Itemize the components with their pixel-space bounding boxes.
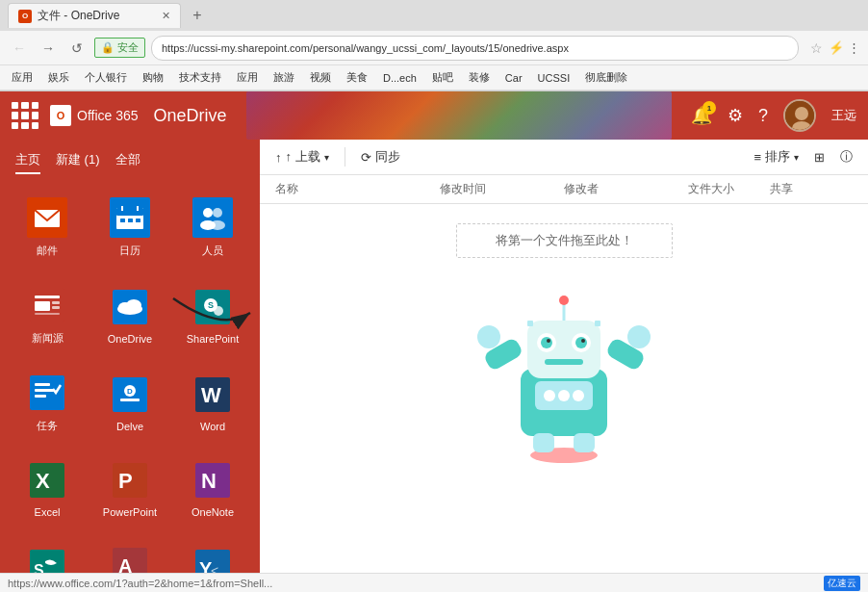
status-bar: https://www.office.com/1?auth=2&home=1&f… — [0, 573, 868, 592]
ext-icon-2[interactable]: ⋮ — [848, 40, 860, 55]
waffle-dot — [12, 112, 18, 118]
bookmark-shopping[interactable]: 购物 — [139, 68, 167, 87]
upload-button[interactable]: ↑ ↑ 上载 ▾ — [275, 148, 329, 166]
ppt-label: PowerPoint — [103, 506, 157, 518]
layout-button[interactable]: ⊞ — [814, 150, 825, 165]
sidebar-nav-all[interactable]: 全部 — [115, 147, 140, 174]
bookmark-apps[interactable]: 应用 — [8, 68, 37, 87]
app-tile-news[interactable]: 新闻源 — [8, 273, 87, 357]
sync-button[interactable]: ⟳ 同步 — [361, 148, 400, 166]
app-tile-calendar[interactable]: 日历 — [90, 186, 169, 270]
app-tile-onenote[interactable]: N OneNote — [173, 449, 252, 529]
bookmark-video[interactable]: 视频 — [306, 68, 335, 87]
bookmark-star-icon[interactable]: ☆ — [810, 40, 823, 56]
yunsuiyun-logo: 亿速云 — [824, 576, 860, 591]
svg-text:S: S — [208, 300, 214, 310]
svg-text:N: N — [201, 469, 217, 493]
sidebar-nav: 主页 新建 (1) 全部 — [0, 140, 260, 182]
nav-bar: ← → ↺ 🔒 安全 https://ucssi-my.sharepoint.c… — [0, 31, 868, 65]
bookmark-food[interactable]: 美食 — [343, 68, 371, 87]
upload-label: ↑ 上载 — [286, 148, 320, 166]
app-tile-people[interactable]: 人员 — [173, 186, 252, 270]
sort-dropdown-icon[interactable]: ▾ — [794, 152, 799, 163]
app-tile-onedrive[interactable]: OneDrive — [90, 273, 169, 357]
bookmark-entertainment[interactable]: 娱乐 — [44, 68, 73, 87]
app-grid: 邮件 日历 人员 新闻源 — [0, 182, 260, 592]
info-button[interactable]: ⓘ — [840, 148, 853, 166]
refresh-button[interactable]: ↺ — [65, 37, 89, 60]
svg-point-70 — [558, 390, 570, 401]
app-tile-excel[interactable]: X Excel — [8, 449, 87, 529]
svg-point-74 — [477, 325, 500, 348]
sync-icon: ⟳ — [361, 150, 371, 165]
bookmark-tieba[interactable]: 贴吧 — [428, 68, 457, 87]
app-tile-ppt[interactable]: P PowerPoint — [90, 449, 169, 529]
sidebar-nav-new[interactable]: 新建 (1) — [56, 147, 100, 174]
user-avatar[interactable] — [783, 99, 816, 132]
svg-rect-33 — [30, 375, 64, 410]
robot-illustration — [468, 277, 660, 470]
notification-bell-icon[interactable]: 🔔 1 — [691, 105, 712, 126]
svg-rect-39 — [120, 399, 140, 401]
onenote-icon: N — [192, 460, 233, 501]
main-layout: 主页 新建 (1) 全部 邮件 日历 — [0, 140, 868, 592]
people-icon — [192, 197, 233, 238]
sort-icon: ≡ — [753, 150, 761, 165]
app-tile-delve[interactable]: D Delve — [90, 361, 169, 445]
word-icon: W — [192, 374, 233, 415]
waffle-dot — [12, 122, 18, 129]
people-label: 人员 — [202, 244, 223, 258]
sharepoint-label: SharePoint — [187, 333, 239, 345]
mail-icon — [27, 197, 67, 238]
bookmark-car[interactable]: Car — [501, 70, 526, 86]
svg-text:X: X — [36, 469, 50, 493]
security-label: 安全 — [117, 40, 139, 55]
sort-button[interactable]: ≡ 排序 ▾ — [753, 148, 799, 166]
office365-logo: O Office 365 — [50, 105, 139, 126]
app-tile-word[interactable]: W Word — [173, 361, 252, 445]
sync-label: 同步 — [375, 148, 400, 166]
app-tile-sharepoint[interactable]: S SharePoint — [173, 273, 252, 357]
upload-dropdown-icon[interactable]: ▾ — [324, 152, 329, 163]
tab-title: 文件 - OneDrive — [38, 8, 119, 24]
delve-icon: D — [110, 374, 150, 415]
calendar-icon — [110, 197, 150, 238]
waffle-menu-button[interactable] — [12, 102, 38, 129]
bookmark-apps2[interactable]: 应用 — [233, 68, 262, 87]
settings-gear-icon[interactable]: ⚙ — [728, 105, 743, 126]
svg-point-75 — [627, 325, 651, 348]
bookmark-bank[interactable]: 个人银行 — [81, 68, 131, 87]
bookmark-ucssi[interactable]: UCSSI — [534, 70, 574, 86]
address-bar[interactable]: https://ucssi-my.sharepoint.com/personal… — [151, 36, 799, 61]
new-tab-button[interactable]: + — [185, 3, 210, 28]
svg-text:W: W — [201, 383, 221, 407]
tab-close-button[interactable]: ✕ — [162, 10, 170, 22]
bookmark-travel[interactable]: 旅游 — [269, 68, 298, 87]
col-share-header: 共享 — [770, 181, 853, 197]
waffle-dot — [12, 102, 18, 109]
app-tile-mail[interactable]: 邮件 — [8, 186, 87, 270]
col-modified-header: 修改时间 — [440, 181, 564, 197]
app-tile-tasks[interactable]: 任务 — [8, 361, 87, 445]
bookmark-delete[interactable]: 彻底删除 — [581, 68, 631, 87]
waffle-dot — [21, 122, 28, 129]
svg-rect-14 — [195, 200, 230, 235]
svg-rect-67 — [595, 321, 600, 326]
sidebar-nav-home[interactable]: 主页 — [15, 147, 40, 174]
svg-rect-20 — [35, 296, 60, 298]
back-button[interactable]: ← — [8, 37, 31, 60]
ext-icon-1[interactable]: ⚡ — [829, 40, 844, 55]
active-tab[interactable]: O 文件 - OneDrive ✕ — [8, 3, 181, 28]
svg-point-18 — [210, 220, 225, 230]
bookmark-d[interactable]: D...ech — [379, 70, 421, 86]
svg-point-1 — [795, 107, 808, 120]
svg-text:P: P — [118, 469, 133, 493]
bookmark-decoration[interactable]: 装修 — [465, 68, 494, 87]
help-question-icon[interactable]: ? — [758, 106, 768, 126]
svg-rect-13 — [136, 219, 140, 222]
notification-badge: 1 — [702, 101, 716, 115]
col-modifier-header: 修改者 — [564, 181, 688, 197]
forward-button[interactable]: → — [37, 37, 60, 60]
svg-rect-24 — [35, 313, 60, 315]
bookmark-tech[interactable]: 技术支持 — [175, 68, 225, 87]
